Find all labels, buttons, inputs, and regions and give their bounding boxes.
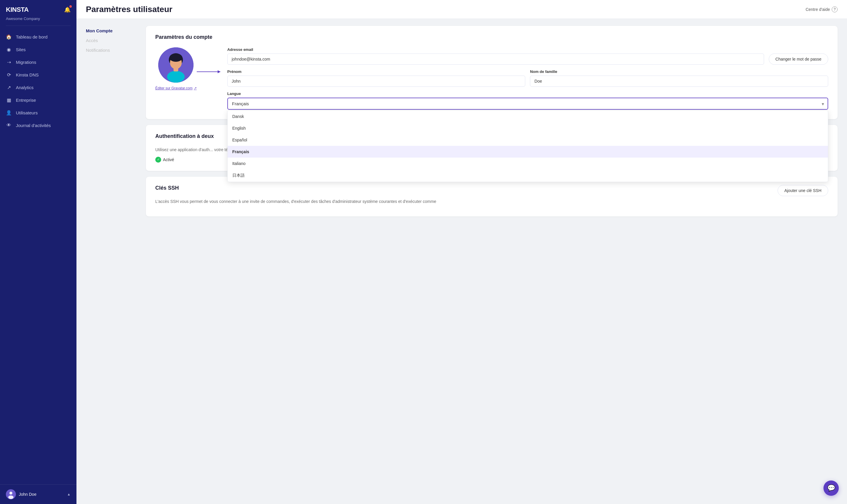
avatar-section: Éditer sur Gravatar.com ↗: [155, 47, 197, 90]
sidebar-item-label: Sites: [16, 47, 25, 52]
user-avatar-small: [6, 489, 16, 499]
lang-option-dansk[interactable]: Dansk: [228, 111, 828, 122]
chevron-up-icon: ▲: [67, 492, 71, 496]
sidebar-item-label: Migrations: [16, 60, 36, 65]
account-settings-title: Paramètres du compte: [155, 34, 828, 40]
sidebar-item-journal[interactable]: 👁 Journal d'activités: [0, 119, 76, 131]
left-nav-acces: Accès: [86, 36, 139, 45]
sidebar-user-name: John Doe: [19, 492, 64, 497]
dns-icon: ⟳: [6, 72, 12, 78]
kinsta-logo: KINSTA: [6, 6, 29, 14]
sidebar-footer[interactable]: John Doe ▲: [0, 484, 76, 504]
gravatar-text: Éditer sur Gravatar.com: [155, 86, 193, 90]
email-row: Adresse email Changer le mot de passe: [227, 47, 828, 65]
sidebar-divider: [6, 25, 71, 26]
main-content: Paramètres utilisateur Centre d'aide ? M…: [76, 0, 847, 504]
sidebar-item-label: Kinsta DNS: [16, 72, 39, 77]
sites-icon: ◉: [6, 47, 12, 52]
page-title: Paramètres utilisateur: [86, 5, 172, 14]
notification-bell[interactable]: 🔔: [64, 6, 71, 13]
first-name-input[interactable]: [227, 76, 525, 87]
first-name-group: Prénom: [227, 69, 525, 87]
ssh-card: Clés SSH L'accès SSH vous permet de vous…: [146, 177, 837, 216]
sidebar-item-analytics[interactable]: ↗ Analytics: [0, 81, 76, 94]
language-label: Langue: [227, 91, 828, 96]
language-select-container: Français ▾ DanskEnglishEspañolFrançaisIt…: [227, 97, 828, 110]
lang-option-english[interactable]: English: [228, 122, 828, 134]
check-icon: ✓: [155, 157, 161, 163]
svg-point-1: [10, 492, 12, 494]
name-row: Prénom Nom de famille: [227, 69, 828, 87]
sidebar-nav: 🏠 Tableau de bord ◉ Sites ⇢ Migrations ⟳…: [0, 28, 76, 484]
activated-label: Activé: [163, 157, 174, 162]
email-label: Adresse email: [227, 47, 764, 52]
svg-point-6: [169, 54, 182, 62]
analytics-icon: ↗: [6, 85, 12, 90]
content-area: Mon Compte Accès Notifications Paramètre…: [76, 19, 847, 504]
left-nav-mon-compte[interactable]: Mon Compte: [86, 26, 139, 36]
last-name-label: Nom de famille: [530, 69, 828, 74]
ssh-description: L'accès SSH vous permet de vous connecte…: [155, 198, 778, 205]
sidebar-item-label: Tableau de bord: [16, 34, 48, 39]
left-nav: Mon Compte Accès Notifications: [86, 26, 139, 497]
sidebar-item-migrations[interactable]: ⇢ Migrations: [0, 56, 76, 69]
first-name-label: Prénom: [227, 69, 525, 74]
left-nav-notifications: Notifications: [86, 45, 139, 55]
account-form: Éditer sur Gravatar.com ↗ Adresse email: [155, 47, 828, 111]
topbar: Paramètres utilisateur Centre d'aide ?: [76, 0, 847, 19]
svg-point-7: [167, 71, 185, 83]
sidebar: KINSTA 🔔 Awesome Company 🏠 Tableau de bo…: [0, 0, 76, 504]
lang-option-japanese[interactable]: 日本語: [228, 169, 828, 182]
sidebar-item-kinsta-dns[interactable]: ⟳ Kinsta DNS: [0, 69, 76, 81]
sidebar-item-label: Utilisateurs: [16, 110, 38, 115]
help-link[interactable]: Centre d'aide ?: [806, 6, 837, 12]
sidebar-item-sites[interactable]: ◉ Sites: [0, 43, 76, 56]
last-name-input[interactable]: [530, 76, 828, 87]
email-input[interactable]: [227, 54, 764, 65]
language-group: Langue Français ▾ DanskEnglishEspañolFra…: [227, 91, 828, 110]
lang-option-francais[interactable]: Français: [228, 146, 828, 158]
twofa-status: ✓ Activé: [155, 157, 174, 163]
home-icon: 🏠: [6, 34, 12, 40]
sidebar-item-dashboard[interactable]: 🏠 Tableau de bord: [0, 31, 76, 43]
account-settings-card: Paramètres du compte: [146, 26, 837, 119]
arrow-indicator: [197, 71, 220, 72]
activity-icon: 👁: [6, 123, 12, 128]
help-label: Centre d'aide: [806, 7, 830, 12]
chat-bubble[interactable]: 💬: [824, 481, 839, 496]
language-select[interactable]: Français: [227, 97, 828, 110]
sidebar-item-entreprise[interactable]: ▦ Entreprise: [0, 94, 76, 106]
sidebar-item-label: Analytics: [16, 85, 34, 90]
svg-point-2: [8, 496, 14, 499]
email-group: Adresse email: [227, 47, 764, 65]
gravatar-link[interactable]: Éditer sur Gravatar.com ↗: [155, 86, 197, 90]
sidebar-header: KINSTA 🔔: [0, 0, 76, 16]
sidebar-item-utilisateurs[interactable]: 👤 Utilisateurs: [0, 106, 76, 119]
users-icon: 👤: [6, 110, 12, 115]
ssh-title: Clés SSH: [155, 185, 778, 191]
entreprise-icon: ▦: [6, 97, 12, 103]
form-fields: Adresse email Changer le mot de passe Pr…: [227, 47, 828, 111]
last-name-group: Nom de famille: [530, 69, 828, 87]
help-icon: ?: [832, 6, 837, 12]
lang-option-espanol[interactable]: Español: [228, 134, 828, 146]
lang-option-italiano[interactable]: Italiano: [228, 158, 828, 169]
company-name: Awesome Company: [0, 16, 76, 25]
add-ssh-button[interactable]: Ajouter une clé SSH: [778, 185, 828, 196]
notification-badge: [69, 5, 72, 8]
user-avatar-large: [158, 47, 194, 83]
language-dropdown: DanskEnglishEspañolFrançaisItaliano日本語: [227, 110, 828, 182]
panels: Paramètres du compte: [146, 26, 837, 497]
migrations-icon: ⇢: [6, 59, 12, 65]
change-password-button[interactable]: Changer le mot de passe: [769, 54, 828, 65]
language-selected-value: Français: [232, 101, 249, 106]
svg-rect-8: [174, 67, 178, 71]
external-link-icon: ↗: [194, 86, 197, 90]
sidebar-item-label: Journal d'activités: [16, 123, 51, 128]
sidebar-item-label: Entreprise: [16, 97, 36, 103]
